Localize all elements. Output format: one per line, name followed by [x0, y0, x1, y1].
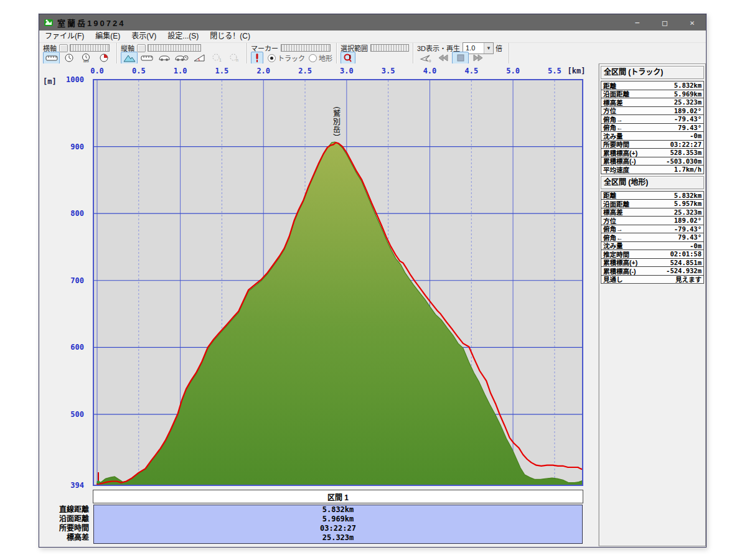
stat-value: -503.030m	[666, 157, 703, 165]
selection-pin-icon[interactable]	[341, 52, 355, 64]
x-axis-labels: 0.00.51.01.52.02.53.03.54.04.55.05.5[km]	[93, 67, 583, 77]
radio-track[interactable]: トラック	[268, 53, 305, 63]
speed-suffix-label: 倍	[496, 43, 502, 53]
track-stats-table: 距離5.832km沿面距離5.969km標高差25.323m方位189.02°俯…	[601, 81, 704, 174]
section-label: 標高差	[39, 533, 89, 543]
selection-slider[interactable]	[370, 44, 409, 52]
track-stat-row: 標高差25.323m	[601, 98, 703, 107]
xaxis-scale-slider[interactable]	[70, 44, 110, 52]
ruler-icon[interactable]	[43, 52, 60, 64]
stat-value: -0m	[690, 132, 703, 139]
yaxis-scale-slider[interactable]	[148, 44, 201, 52]
y-axis-labels: 1000900800700600500394	[39, 79, 88, 486]
close-button[interactable]: ×	[679, 14, 706, 30]
marker-n-icon[interactable]: n	[225, 52, 242, 64]
stat-value: 5.832km	[674, 82, 703, 89]
stat-value: 1.7km/h	[674, 166, 703, 173]
stat-label: 見通し	[601, 274, 623, 284]
terrain-stats-table: 距離5.832km沿面距離5.957km標高差25.323m方位189.02°俯…	[601, 191, 704, 284]
car-icon[interactable]	[156, 52, 172, 64]
x-tick-label: 1.5	[211, 67, 232, 75]
forward-icon[interactable]	[469, 52, 486, 64]
x-tick-label: 2.0	[253, 67, 274, 75]
section-value: 03:22:27	[94, 524, 582, 533]
track-stat-row: 平均速度1.7km/h	[601, 166, 703, 174]
svg-text:0: 0	[429, 59, 431, 63]
stat-value: -79.43°	[674, 225, 703, 233]
yaxis-option-button[interactable]	[137, 44, 146, 52]
minimize-button[interactable]: −	[624, 14, 651, 30]
menu-item-2[interactable]: 表示(V)	[126, 30, 162, 42]
menu-item-3[interactable]: 設定...(S)	[162, 30, 204, 42]
menu-item-0[interactable]: ファイル(F)	[39, 30, 90, 42]
stats-sidebar: 全区間 (トラック) 距離5.832km沿面距離5.969km標高差25.323…	[599, 63, 706, 546]
peak-annotation: （鷲別岳）	[331, 101, 341, 142]
radio-track-label: トラック	[278, 53, 305, 63]
terrain-stat-row: 見通し見えます	[601, 276, 703, 284]
stat-value: 5.969km	[674, 90, 703, 98]
plane-icon[interactable]: 0	[417, 52, 434, 64]
section-value: 5.832km	[94, 505, 582, 515]
toolbar-group-selection: 選択範囲	[337, 43, 413, 63]
ruler-icon[interactable]	[138, 52, 155, 64]
y-tick-label: 600	[40, 343, 84, 352]
stat-label: 平均速度	[601, 165, 629, 174]
stat-value: 25.323m	[674, 98, 703, 106]
section-value: 25.323m	[94, 533, 582, 543]
toolbar-group-yaxis: 縦軸 1 n	[117, 43, 247, 63]
radio-track-dot	[268, 54, 276, 62]
x-tick-label: 4.0	[419, 67, 440, 75]
mountain-icon[interactable]	[121, 52, 138, 64]
section-value: 5.969km	[94, 515, 582, 524]
y-tick-label: 500	[40, 410, 84, 419]
slope-icon[interactable]	[190, 52, 207, 64]
stat-value: 03:22:27	[670, 141, 703, 148]
stat-value: -0m	[690, 242, 703, 250]
radio-terrain-dot	[309, 54, 317, 62]
stop-icon[interactable]	[452, 52, 469, 64]
y-tick-label: 394	[40, 481, 84, 490]
stat-value: 見えます	[675, 274, 703, 284]
toolbar-group-marker: マーカー トラック 地形	[247, 43, 337, 63]
track-panel-title: 全区間 (トラック)	[601, 66, 704, 79]
x-tick-label: 3.5	[378, 67, 399, 75]
xaxis-option-button[interactable]	[59, 44, 68, 52]
terrain-panel-title: 全区間 (地形)	[601, 176, 704, 189]
playback-speed-value: 1.0	[463, 44, 484, 52]
menu-item-1[interactable]: 編集(E)	[90, 30, 126, 42]
x-tick-label: 3.0	[336, 67, 357, 75]
clock-icon[interactable]	[60, 52, 77, 64]
x-tick-label: 1.0	[170, 67, 191, 75]
x-tick-label: 0.5	[128, 67, 149, 75]
svg-text:n: n	[236, 58, 238, 62]
stat-value: -79.43°	[674, 115, 703, 123]
title-bar[interactable]: 室蘭岳190724 − □ ×	[39, 14, 706, 30]
stat-value: 528.353m	[670, 149, 703, 156]
marker-slider[interactable]	[281, 44, 331, 52]
svg-text:1: 1	[219, 58, 222, 62]
window-title: 室蘭岳190724	[57, 17, 125, 29]
y-tick-label: 800	[40, 209, 84, 218]
marker-pen-icon[interactable]	[251, 52, 263, 64]
car-clock-icon[interactable]	[173, 52, 190, 64]
section-header-bar[interactable]: 区間 1	[93, 490, 583, 503]
radio-terrain-label: 地形	[319, 53, 332, 63]
menu-item-4[interactable]: 閉じる！(C)	[204, 30, 256, 42]
x-axis-unit: [km]	[566, 67, 587, 75]
section-labels: 直線距離沿面距離所要時間標高差	[39, 505, 89, 543]
radio-terrain[interactable]: 地形	[309, 53, 332, 63]
x-tick-label: 5.5	[544, 67, 565, 75]
clock-123-icon[interactable]: 123	[78, 52, 95, 64]
menu-bar: ファイル(F)編集(E)表示(V)設定...(S)閉じる！(C)	[39, 30, 706, 43]
clock-pie-icon[interactable]	[95, 52, 112, 64]
elevation-profile-plot[interactable]: （鷲別岳）	[93, 79, 583, 486]
svg-text:123: 123	[83, 59, 88, 63]
app-window: 室蘭岳190724 − □ × ファイル(F)編集(E)表示(V)設定...(S…	[39, 14, 707, 548]
toolbar: 横軸 123 縦軸	[39, 43, 706, 64]
terrain-area	[97, 142, 582, 485]
stat-value: -524.932m	[666, 267, 703, 274]
marker-1-icon[interactable]: 1	[208, 52, 225, 64]
maximize-button[interactable]: □	[651, 14, 679, 30]
rewind-icon[interactable]	[435, 52, 451, 64]
section-label: 所要時間	[39, 524, 89, 533]
